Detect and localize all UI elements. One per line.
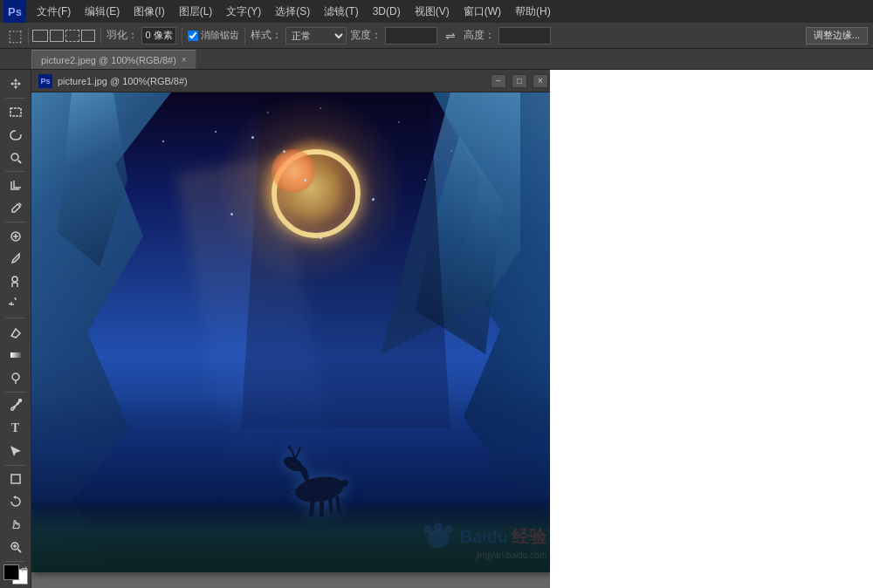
marquee-tool[interactable] xyxy=(3,101,28,123)
menu-image[interactable]: 图像(I) xyxy=(127,0,171,23)
rounded-rect-icon[interactable] xyxy=(65,30,79,42)
clone-tool[interactable] xyxy=(3,270,28,292)
svg-rect-7 xyxy=(11,475,20,483)
artwork: Baidu 经验 jingyan.baidu.com xyxy=(31,92,555,572)
style-select[interactable]: 正常 固定比例 固定大小 xyxy=(285,27,347,44)
move-tool[interactable] xyxy=(3,73,28,95)
menu-file[interactable]: 文件(F) xyxy=(30,0,78,23)
svg-point-19 xyxy=(428,530,449,548)
svg-point-16 xyxy=(424,525,432,533)
menu-layer[interactable]: 图层(L) xyxy=(172,0,220,23)
tool-sep-6 xyxy=(5,465,26,466)
particle xyxy=(230,213,233,215)
separator xyxy=(28,27,29,44)
menu-select[interactable]: 选择(S) xyxy=(268,0,317,23)
path-select-tool[interactable] xyxy=(3,441,28,462)
separator3 xyxy=(182,27,182,44)
feather-input[interactable] xyxy=(141,27,176,44)
eraser-tool[interactable] xyxy=(3,321,28,343)
rect-fixed-icon[interactable] xyxy=(50,30,64,42)
tool-sep-7 xyxy=(5,561,26,562)
svg-rect-4 xyxy=(10,352,21,358)
eyedropper-tool[interactable] xyxy=(3,197,28,219)
svg-point-6 xyxy=(18,400,21,402)
rotate-view-tool[interactable] xyxy=(3,491,28,513)
shape-tool[interactable] xyxy=(3,468,28,490)
rect-icon[interactable] xyxy=(32,30,48,42)
svg-point-5 xyxy=(12,373,19,380)
tab-bar: picture2.jpeg @ 100%(RGB/8#) × xyxy=(0,49,873,70)
particle xyxy=(283,150,285,153)
menu-text[interactable]: 文字(Y) xyxy=(219,0,268,23)
svg-point-3 xyxy=(12,277,17,282)
baidu-text: Baidu xyxy=(459,527,508,547)
star xyxy=(162,140,164,142)
float-window: Ps picture1.jpg @ 100%(RGB/8#) − □ × xyxy=(31,70,555,572)
float-maximize-btn[interactable]: □ xyxy=(512,74,527,88)
swap-colors-icon[interactable]: ⇄ xyxy=(21,564,28,573)
svg-rect-0 xyxy=(10,108,21,116)
tab-picture2[interactable]: picture2.jpeg @ 100%(RGB/8#) × xyxy=(31,50,196,69)
zoom-tool[interactable] xyxy=(3,537,28,558)
tab-picture2-label: picture2.jpeg @ 100%(RGB/8#) xyxy=(41,55,176,65)
antialias-label: 消除锯齿 xyxy=(201,29,239,42)
width-label: 宽度： xyxy=(350,28,382,43)
tool-sep-3 xyxy=(5,222,26,222)
app-logo: Ps xyxy=(3,0,26,23)
menu-edit[interactable]: 编辑(E) xyxy=(78,0,127,23)
tool-preset-icon[interactable]: ⬚ xyxy=(5,26,24,45)
height-input[interactable] xyxy=(498,27,551,44)
float-titlebar[interactable]: Ps picture1.jpg @ 100%(RGB/8#) − □ × xyxy=(31,70,555,92)
lasso-tool[interactable] xyxy=(3,124,28,146)
jingyan-text: 经验 xyxy=(512,525,546,549)
baidu-logo: Baidu 经验 xyxy=(421,523,546,550)
color-picker[interactable]: ⇄ xyxy=(3,564,28,585)
brush-tool[interactable] xyxy=(3,248,28,270)
swap-wh-icon[interactable]: ⇌ xyxy=(441,26,460,45)
hand-tool[interactable] xyxy=(3,514,28,536)
particle xyxy=(304,179,306,181)
menu-help[interactable]: 帮助(H) xyxy=(508,0,558,23)
pen-tool[interactable] xyxy=(3,394,28,416)
style-label: 样式： xyxy=(251,28,282,43)
svg-point-1 xyxy=(11,154,18,161)
dodge-tool[interactable] xyxy=(3,367,28,389)
deer-silhouette xyxy=(267,433,372,520)
float-close-btn[interactable]: × xyxy=(533,74,548,88)
separator4 xyxy=(244,27,245,44)
menu-window[interactable]: 窗口(W) xyxy=(457,0,508,23)
single-row-icon[interactable] xyxy=(81,30,95,42)
svg-rect-12 xyxy=(320,498,324,517)
particle xyxy=(251,136,254,139)
float-minimize-btn[interactable]: − xyxy=(491,74,506,88)
right-panel xyxy=(550,70,873,588)
tool-sep-1 xyxy=(5,98,26,99)
antialias-checkbox-label[interactable]: 消除锯齿 xyxy=(188,29,239,42)
foreground-color[interactable] xyxy=(3,564,19,580)
menu-view[interactable]: 视图(V) xyxy=(408,0,457,23)
tab-picture2-close[interactable]: × xyxy=(182,55,187,65)
separator2 xyxy=(100,27,101,44)
tool-sep-4 xyxy=(5,318,26,318)
svg-point-17 xyxy=(445,525,453,533)
antialias-checkbox[interactable] xyxy=(188,31,198,41)
gradient-tool[interactable] xyxy=(3,344,28,366)
float-content: Baidu 经验 jingyan.baidu.com xyxy=(31,92,555,572)
menu-3d[interactable]: 3D(D) xyxy=(366,0,408,23)
crop-tool[interactable] xyxy=(3,174,28,196)
options-bar: ⬚ 羽化： 消除锯齿 样式： 正常 固定比例 固定大小 宽度： ⇌ 高度： 调整… xyxy=(0,23,873,49)
quick-select-tool[interactable] xyxy=(3,147,28,168)
healing-tool[interactable] xyxy=(3,225,28,247)
deer-svg xyxy=(267,433,372,520)
text-tool[interactable]: T xyxy=(3,418,28,440)
watermark: Baidu 经验 jingyan.baidu.com xyxy=(421,523,546,560)
svg-rect-14 xyxy=(335,495,341,512)
history-brush-tool[interactable] xyxy=(3,293,28,315)
main-area: T ⇄ Ps picture1.jpg @ xyxy=(0,70,873,588)
image-canvas: Baidu 经验 jingyan.baidu.com xyxy=(31,92,555,572)
float-ps-logo: Ps xyxy=(38,74,52,88)
adjust-edge-button[interactable]: 调整边缘... xyxy=(806,27,868,44)
width-input[interactable] xyxy=(385,27,437,44)
tool-sep-2 xyxy=(5,171,26,172)
menu-filter[interactable]: 滤镜(T) xyxy=(317,0,365,23)
